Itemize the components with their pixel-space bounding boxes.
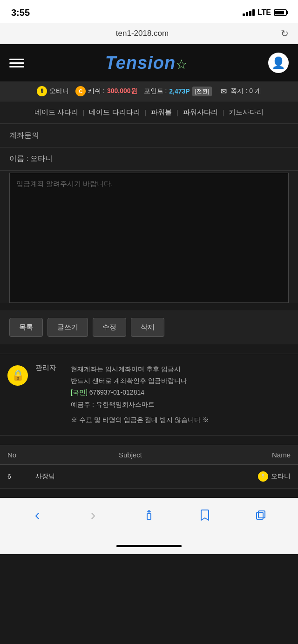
user-nickname-item: 🎖 오타니 (37, 86, 69, 96)
point-item: 포인트 : 2,473P [전환] (144, 87, 212, 96)
admin-content: 현재계좌는 임시계좌이며 추후 입금시 반드시 센터로 계좌확인후 입금바랍니다… (71, 363, 291, 426)
battery-fill (275, 11, 284, 14)
admin-label-text: 관리자 (35, 363, 63, 372)
form-name-row: 이름 : 오타니 (0, 148, 298, 171)
cash-item: C 캐쉬 : 300,000원 (75, 86, 137, 96)
cash-coin-icon: C (75, 86, 86, 96)
brand-star: ☆ (176, 57, 187, 72)
hamburger-menu-button[interactable] (9, 59, 24, 67)
browser-nav: ‹ › (0, 498, 298, 538)
table-col-subject: Subject (35, 451, 225, 459)
hamburger-line-2 (9, 62, 24, 64)
form-title-label: 계좌문의 (9, 131, 39, 139)
admin-line2: 반드시 센터로 계좌확인후 입금바랍니다 (71, 375, 291, 387)
row-no: 6 (7, 473, 35, 480)
nav-item-daridari[interactable]: 네이드 다리다리 (86, 107, 142, 118)
brand-title: Tension (105, 53, 176, 73)
write-button[interactable]: 글쓰기 (47, 318, 88, 337)
table-col-name: Name (225, 451, 291, 459)
forward-button[interactable]: › (82, 506, 104, 524)
refresh-button[interactable]: ↻ (281, 28, 289, 39)
cash-amount: 300,000원 (107, 87, 137, 95)
edit-button[interactable]: 수정 (93, 318, 126, 337)
admin-notice: 🔒 관리자 현재계좌는 임시계좌이며 추후 입금시 반드시 센터로 계좌확인후 … (0, 354, 298, 436)
svg-rect-0 (147, 514, 151, 519)
row-name: 🎖 오타니 (225, 471, 291, 482)
mail-count: 0 개 (249, 87, 261, 95)
tabs-button[interactable] (250, 506, 272, 524)
form-title-row: 계좌문의 (0, 124, 298, 148)
nav-item-ladder[interactable]: 네이드 사다리 (32, 107, 81, 118)
delete-button[interactable]: 삭제 (131, 318, 164, 337)
user-avatar-icon: 🎖 (37, 86, 47, 96)
table-header: No Subject Name (0, 445, 298, 465)
cash-label: 캐쉬 : (88, 87, 105, 95)
signal-bars-icon (243, 9, 255, 16)
form-textarea-container[interactable]: 입금계좌 알려주시기 바랍니다. (9, 173, 289, 303)
status-icons: LTE (243, 8, 287, 17)
mail-label: 쪽지 : (230, 87, 247, 95)
back-button[interactable]: ‹ (26, 506, 48, 524)
status-time: 3:55 (11, 7, 30, 18)
user-nickname: 오타니 (49, 87, 69, 95)
bookmarks-button[interactable] (194, 506, 216, 524)
table-section: No Subject Name 6 사장님 🎖 오타니 (0, 445, 298, 489)
admin-row: 🔒 관리자 현재계좌는 임시계좌이며 추후 입금시 반드시 센터로 계좌확인후 … (7, 363, 291, 426)
table-col-no: No (7, 451, 35, 459)
url-display[interactable]: ten1-2018.com (9, 29, 275, 38)
point-amount: 2,473P (169, 87, 190, 95)
address-bar: ten1-2018.com ↻ (0, 23, 298, 44)
hamburger-line-1 (9, 59, 24, 60)
admin-line1: 현재계좌는 임시계좌이며 추후 입금시 (71, 363, 291, 375)
lte-label: LTE (257, 8, 271, 17)
share-button[interactable] (138, 506, 160, 524)
admin-warning: ※ 수표 및 타명의 입금은 절대 받지 않습니다 ※ (71, 414, 291, 426)
transfer-button[interactable]: [전환] (192, 87, 212, 96)
brand-area: Tension☆ (105, 53, 187, 73)
home-indicator (0, 538, 298, 554)
table-row[interactable]: 6 사장님 🎖 오타니 (0, 465, 298, 489)
form-textarea-placeholder: 입금계좌 알려주시기 바랍니다. (16, 180, 113, 188)
user-profile-button[interactable]: 👤 (268, 53, 289, 73)
row-user-icon: 🎖 (258, 471, 268, 482)
admin-bank-tag: [국민] (71, 389, 88, 396)
point-label: 포인트 : (144, 87, 167, 95)
admin-account: [국민] 676937-01-012814 (71, 387, 291, 398)
admin-owner: 예금주 : 유한책임회사스마트 (71, 399, 291, 410)
nav-item-kino[interactable]: 키노사다리 (226, 107, 266, 118)
app-header: Tension☆ 👤 (0, 44, 298, 81)
battery-icon (274, 9, 287, 16)
list-button[interactable]: 목록 (9, 318, 43, 337)
nav-item-power-ladder[interactable]: 파워사다리 (180, 107, 221, 118)
user-info-bar: 🎖 오타니 C 캐쉬 : 300,000원 포인트 : 2,473P [전환] … (0, 81, 298, 101)
mail-icon: ✉ (218, 86, 229, 96)
row-name-text: 오타니 (271, 472, 291, 481)
form-section: 계좌문의 이름 : 오타니 입금계좌 알려주시기 바랍니다. (0, 124, 298, 303)
mail-item: ✉ 쪽지 : 0 개 (218, 86, 261, 96)
home-bar (116, 545, 182, 547)
admin-account-number: 676937-01-012814 (89, 389, 144, 396)
admin-title: 관리자 (35, 363, 63, 372)
status-bar: 3:55 LTE (0, 0, 298, 23)
admin-avatar-icon: 🔒 (7, 365, 28, 386)
row-subject: 사장님 (35, 472, 225, 481)
hamburger-line-3 (9, 66, 24, 67)
nav-item-powerball[interactable]: 파워볼 (148, 107, 175, 118)
action-buttons: 목록 글쓰기 수정 삭제 (0, 310, 298, 344)
nav-menu: 네이드 사다리 | 네이드 다리다리 | 파워볼 | 파워사다리 | 키노사다리 (0, 101, 298, 124)
form-name-label: 이름 : 오타니 (9, 154, 53, 162)
